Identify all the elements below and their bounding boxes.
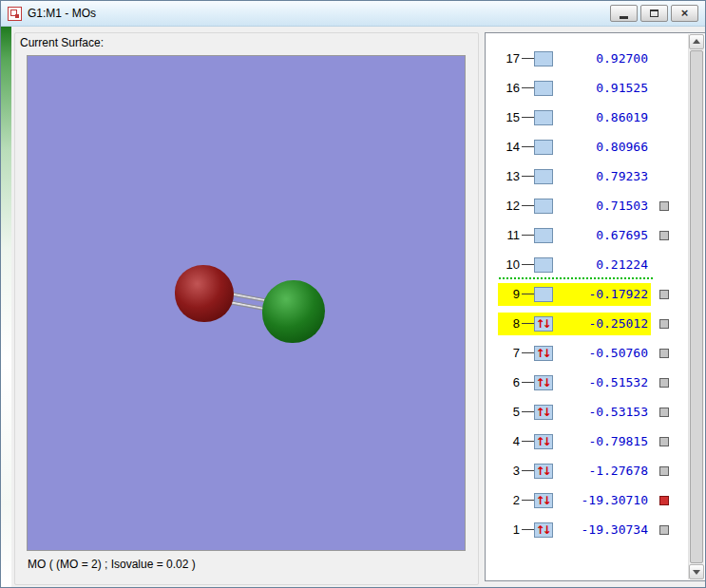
mo-row-main[interactable]: 4↑↓-0.79815 <box>498 430 651 453</box>
mo-row-10[interactable]: 100.21224 <box>487 250 688 279</box>
mo-energy: 0.92700 <box>553 51 648 66</box>
electron-down-arrow-icon: ↓ <box>543 524 552 536</box>
orbital-box-virtual[interactable] <box>534 287 553 302</box>
scrollbar[interactable] <box>688 34 704 579</box>
orbital-box-occupied[interactable]: ↑↓ <box>534 346 553 361</box>
mo-row-main[interactable]: 7↑↓-0.50760 <box>498 342 651 365</box>
level-line <box>522 411 534 412</box>
level-line <box>522 323 534 324</box>
mo-energy: -19.30710 <box>553 493 648 507</box>
molecule-view[interactable] <box>27 55 466 551</box>
mo-row-main[interactable]: 2↑↓-19.30710 <box>498 489 651 512</box>
mo-energy: 0.67695 <box>553 228 648 242</box>
mo-row-main[interactable]: 170.92700 <box>498 47 651 70</box>
scroll-down-button[interactable] <box>689 564 704 579</box>
mo-row-main[interactable]: 150.86019 <box>498 106 651 129</box>
level-line <box>522 117 534 118</box>
mo-visible-checkbox[interactable] <box>659 496 669 505</box>
mo-row-3[interactable]: 3↑↓-1.27678 <box>487 456 688 485</box>
orbital-box-virtual[interactable] <box>534 110 553 125</box>
mo-row-main-highlighted[interactable]: 9-0.17922 <box>498 283 651 306</box>
mo-energy: 0.79233 <box>553 169 648 183</box>
orbital-box-virtual[interactable] <box>534 257 553 273</box>
mo-row-17[interactable]: 170.92700 <box>487 44 688 73</box>
maximize-button[interactable] <box>640 5 668 22</box>
mo-visible-checkbox[interactable] <box>659 378 669 388</box>
mo-number: 3 <box>501 464 520 478</box>
mo-energy: -19.30734 <box>553 522 648 537</box>
mo-number: 10 <box>501 257 520 272</box>
mo-row-main[interactable]: 130.79233 <box>498 165 651 188</box>
orbital-box-occupied[interactable]: ↑↓ <box>534 464 553 479</box>
orbital-box-virtual[interactable] <box>534 81 553 96</box>
mo-visible-checkbox[interactable] <box>659 319 669 329</box>
mo-row-main[interactable]: 1↑↓-19.30734 <box>498 519 651 541</box>
mo-visible-checkbox[interactable] <box>659 466 669 476</box>
electron-down-arrow-icon: ↓ <box>543 495 552 506</box>
mo-row-6[interactable]: 6↑↓-0.51532 <box>487 368 688 397</box>
mo-visible-checkbox[interactable] <box>659 408 669 417</box>
mo-row-main[interactable]: 3↑↓-1.27678 <box>498 460 651 483</box>
mo-row-11[interactable]: 110.67695 <box>487 220 688 250</box>
mo-row-8[interactable]: 8↑↓-0.25012 <box>487 309 688 338</box>
orbital-box-virtual[interactable] <box>534 169 553 184</box>
mo-row-14[interactable]: 140.80966 <box>487 132 688 161</box>
orbital-box-virtual[interactable] <box>534 228 553 243</box>
orbital-box-occupied[interactable]: ↑↓ <box>534 316 553 332</box>
mo-row-5[interactable]: 5↑↓-0.53153 <box>487 397 688 427</box>
mo-number: 12 <box>501 199 520 213</box>
scroll-thumb[interactable] <box>690 50 703 563</box>
electron-down-arrow-icon: ↓ <box>543 407 552 418</box>
arrow-down-icon <box>693 570 700 575</box>
mo-row-main[interactable]: 140.80966 <box>498 136 651 159</box>
orbital-box-virtual[interactable] <box>534 51 553 66</box>
mo-row-main[interactable]: 100.21224 <box>498 254 651 276</box>
mo-row-main[interactable]: 110.67695 <box>498 224 651 247</box>
orbital-box-occupied[interactable]: ↑↓ <box>534 405 553 420</box>
mo-visible-checkbox[interactable] <box>659 201 669 211</box>
level-line <box>522 352 534 353</box>
scroll-up-button[interactable] <box>689 34 704 49</box>
mo-number: 6 <box>501 375 520 389</box>
mo-visible-checkbox[interactable] <box>659 290 669 299</box>
mo-visible-checkbox[interactable] <box>659 437 669 446</box>
mo-row-13[interactable]: 130.79233 <box>487 161 688 191</box>
electron-down-arrow-icon: ↓ <box>543 348 552 359</box>
mo-visible-checkbox[interactable] <box>659 231 669 240</box>
orbital-box-occupied[interactable]: ↑↓ <box>534 522 553 538</box>
mo-row-12[interactable]: 120.71503 <box>487 191 688 220</box>
mo-visible-checkbox[interactable] <box>659 525 669 535</box>
close-button[interactable]: × <box>671 5 698 22</box>
orbital-box-virtual[interactable] <box>534 199 553 214</box>
mo-number: 7 <box>501 346 520 360</box>
orbital-box-virtual[interactable] <box>534 140 553 155</box>
atom-red[interactable] <box>175 265 234 322</box>
gaussview-side-strip <box>1 27 11 587</box>
mo-energy: 0.86019 <box>553 110 648 124</box>
mo-visible-checkbox[interactable] <box>659 349 669 358</box>
mo-row-16[interactable]: 160.91525 <box>487 73 688 103</box>
mo-row-15[interactable]: 150.86019 <box>487 103 688 132</box>
minimize-button[interactable] <box>610 5 638 22</box>
level-line <box>522 382 534 383</box>
mo-row-7[interactable]: 7↑↓-0.50760 <box>487 338 688 368</box>
mo-row-main-highlighted[interactable]: 8↑↓-0.25012 <box>498 313 651 335</box>
mo-row-main[interactable]: 160.91525 <box>498 77 651 100</box>
mo-row-9[interactable]: 9-0.17922 <box>487 279 688 309</box>
level-line <box>522 441 534 442</box>
mo-row-1[interactable]: 1↑↓-19.30734 <box>487 515 688 544</box>
mo-number: 16 <box>501 81 520 95</box>
mo-row-main[interactable]: 120.71503 <box>498 195 651 218</box>
mo-energy: 0.91525 <box>553 81 648 95</box>
mo-row-4[interactable]: 4↑↓-0.79815 <box>487 427 688 456</box>
mo-row-main[interactable]: 6↑↓-0.51532 <box>498 371 651 394</box>
orbital-box-occupied[interactable]: ↑↓ <box>534 493 553 508</box>
mo-number: 14 <box>501 140 520 154</box>
mo-row-main[interactable]: 5↑↓-0.53153 <box>498 401 651 424</box>
mo-row-2[interactable]: 2↑↓-19.30710 <box>487 485 688 515</box>
atom-green[interactable] <box>262 280 325 343</box>
level-line <box>522 235 534 236</box>
orbital-box-occupied[interactable]: ↑↓ <box>534 375 553 390</box>
orbital-box-occupied[interactable]: ↑↓ <box>534 434 553 449</box>
mo-number: 2 <box>501 493 520 507</box>
